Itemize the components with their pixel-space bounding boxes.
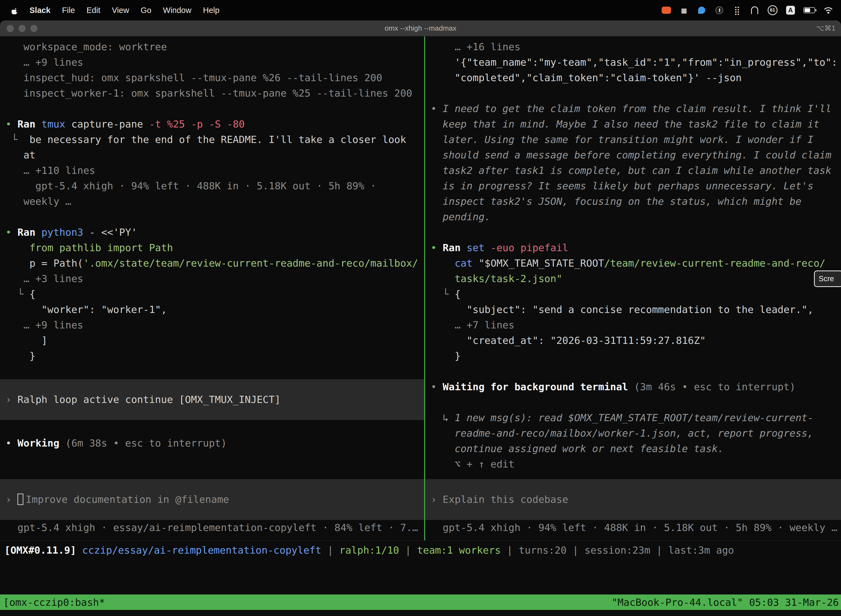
- apple-logo-icon: [10, 6, 19, 14]
- terminal-line: [431, 395, 841, 410]
- terminal-line: [6, 364, 424, 379]
- menubar: Slack File Edit View Go Window Help ▦ ⣿ …: [0, 0, 841, 21]
- terminal-line: p = Path('.omx/state/team/review-current…: [6, 255, 424, 271]
- terminal-line: tasks/task-2.json": [431, 271, 841, 286]
- terminal-line: • Working (6m 38s • esc to interrupt): [6, 436, 424, 451]
- injected-prompt-box[interactable]: › Ralph loop active continue [OMX_TMUX_I…: [0, 379, 424, 420]
- terminal-line: keep that in mind. Maybe I also need the…: [431, 116, 841, 132]
- terminal-line: should send a message before completing …: [431, 147, 841, 163]
- prompt-input-left[interactable]: › Improve documentation in @filename: [0, 479, 424, 520]
- window-title: omx --xhigh --madmax: [0, 24, 841, 32]
- menu-help[interactable]: Help: [197, 0, 226, 21]
- terminal-line: … +7 lines: [431, 317, 841, 333]
- omx-status-line: [OMX#0.11.9] cczip/essay/ai-reimplementa…: [0, 540, 841, 563]
- terminal-line: • Ran tmux capture-pane -t %25 -p -S -80: [6, 116, 424, 132]
- terminal-line: … +16 lines: [431, 39, 841, 55]
- terminal-line: "created_at": "2026-03-31T11:59:27.816Z": [431, 333, 841, 348]
- terminal-line: ↳ 1 new msg(s): read $OMX_TEAM_STATE_ROO…: [431, 410, 841, 425]
- terminal-line: └ {: [431, 286, 841, 302]
- assistant-icon[interactable]: [715, 5, 724, 16]
- terminal-line: from pathlib import Path: [6, 240, 424, 255]
- battery-icon[interactable]: [803, 5, 815, 16]
- menubar-app-name[interactable]: Slack: [24, 0, 56, 21]
- terminal-line: [431, 224, 841, 240]
- close-button[interactable]: [7, 25, 14, 32]
- menu-view[interactable]: View: [106, 0, 135, 21]
- terminal-line: … +9 lines: [6, 317, 424, 333]
- terminal-window: omx --xhigh --madmax ⌥⌘1 workspace_mode:…: [0, 21, 841, 616]
- terminal-line: ]: [6, 333, 424, 348]
- dots-grid-icon[interactable]: ⣿: [732, 5, 742, 16]
- terminal-pane-left[interactable]: workspace_mode: worktree … +9 lines insp…: [0, 37, 424, 540]
- screen-tooltip: Scre: [814, 270, 841, 287]
- window-titlebar[interactable]: omx --xhigh --madmax ⌥⌘1: [0, 21, 841, 37]
- terminal-line: [6, 101, 424, 116]
- terminal-line: }: [431, 348, 841, 364]
- tmux-session-label: [omx-cczip0:bash*: [3, 597, 105, 608]
- menu-window[interactable]: Window: [157, 0, 197, 21]
- tmux-panes: workspace_mode: worktree … +9 lines insp…: [0, 37, 841, 540]
- wifi-icon[interactable]: [823, 5, 833, 16]
- tmux-status-bar: [omx-cczip0:bash* "MacBook-Pro-44.local"…: [0, 594, 841, 610]
- menu-file[interactable]: File: [56, 0, 81, 21]
- menu-go[interactable]: Go: [135, 0, 157, 21]
- terminal-line: • Waiting for background terminal (3m 46…: [431, 379, 841, 395]
- terminal-line: is in progress? It seems likely but perh…: [431, 178, 841, 194]
- keyboard-grid-icon[interactable]: ▦: [679, 5, 689, 16]
- terminal-line: continue assigned work or next feasible …: [431, 441, 841, 456]
- terminal-line: … +3 lines: [6, 271, 424, 286]
- window-shortcut-badge: ⌥⌘1: [816, 24, 841, 32]
- minimize-button[interactable]: [19, 25, 26, 32]
- terminal-line: pending.: [431, 209, 841, 224]
- traffic-lights: [0, 25, 38, 32]
- terminal-line: "worker": "worker-1",: [6, 302, 424, 317]
- screen-recording-indicator-icon[interactable]: [662, 5, 671, 16]
- screen: Slack File Edit View Go Window Help ▦ ⣿ …: [0, 0, 841, 616]
- terminal-line: workspace_mode: worktree: [6, 39, 424, 55]
- menu-edit[interactable]: Edit: [81, 0, 106, 21]
- menubar-status-area: ▦ ⣿ 61 A: [662, 5, 837, 16]
- terminal-line: • Ran set -euo pipefail: [431, 240, 841, 255]
- terminal-line: inspect_worker-1: omx sparkshell --tmux-…: [6, 85, 424, 101]
- prompt-input-right[interactable]: › Explain this codebase: [425, 479, 841, 520]
- terminal-line: • I need to get the claim token from the…: [431, 101, 841, 116]
- terminal-line: gpt-5.4 xhigh · 94% left · 488K in · 5.1…: [6, 178, 424, 194]
- terminal-line: '{"team_name":"my-team","task_id":"1","f…: [431, 55, 841, 70]
- terminal-line: [6, 209, 424, 224]
- terminal-line: readme-and-reco/mailbox/worker-1.json, a…: [431, 425, 841, 441]
- terminal-line: cat "$OMX_TEAM_STATE_ROOT/team/review-cu…: [431, 255, 841, 271]
- terminal-line: at: [6, 147, 424, 163]
- terminal-line: inspect_hud: omx sparkshell --tmux-pane …: [6, 70, 424, 85]
- input-source-icon[interactable]: A: [786, 5, 795, 16]
- terminal-pane-right[interactable]: … +16 lines '{"team_name":"my-team","tas…: [425, 37, 841, 540]
- terminal-line: • Ran python3 - <<'PY': [6, 224, 424, 240]
- terminal-line: └ be necessary for the end of the README…: [6, 132, 424, 147]
- terminal-line: "subject": "send a concise recommendatio…: [431, 302, 841, 317]
- terminal-line: [6, 420, 424, 436]
- text-cursor: [18, 493, 23, 505]
- terminal-line: ⌥ + ↑ edit: [431, 456, 841, 472]
- model-status-right: gpt-5.4 xhigh · 94% left · 488K in · 5.1…: [431, 520, 841, 535]
- terminal-line: [431, 364, 841, 379]
- tmux-host-clock: "MacBook-Pro-44.local" 05:03 31-Mar-26: [611, 597, 839, 608]
- terminal-line: later. Using the same for transition mig…: [431, 132, 841, 147]
- terminal-line: }: [6, 348, 424, 364]
- zoom-button[interactable]: [30, 25, 38, 32]
- ghost-icon[interactable]: [750, 5, 759, 16]
- droplet-icon[interactable]: [697, 5, 706, 16]
- apple-menu[interactable]: [4, 6, 24, 14]
- terminal-line: … +9 lines: [6, 55, 424, 70]
- omx-status-text: [OMX#0.11.9] cczip/essay/ai-reimplementa…: [4, 544, 734, 560]
- terminal-line: inspect task2's JSON, focusing on the st…: [431, 194, 841, 209]
- terminal-line: task2 after task1 is complete, but can I…: [431, 163, 841, 178]
- terminal-line: weekly …: [6, 194, 424, 209]
- terminal-line: "completed","claim_token":"claim-token"}…: [431, 70, 841, 85]
- terminal-line: └ {: [6, 286, 424, 302]
- menubar-left: Slack File Edit View Go Window Help: [4, 0, 225, 21]
- model-status-left: gpt-5.4 xhigh · essay/ai-reimplementatio…: [6, 520, 424, 535]
- terminal-line: … +110 lines: [6, 163, 424, 178]
- battery-percent-ring-icon[interactable]: 61: [768, 5, 778, 16]
- terminal-line: [431, 85, 841, 101]
